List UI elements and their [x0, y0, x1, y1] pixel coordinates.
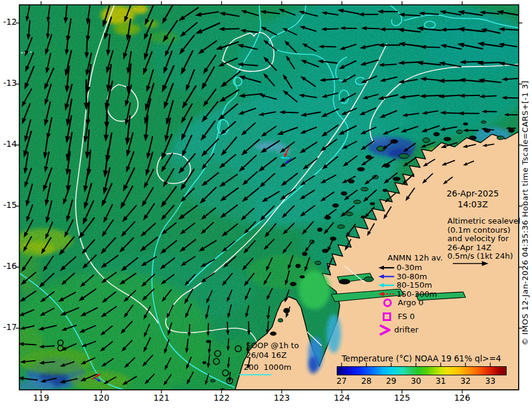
island	[332, 204, 339, 207]
island	[361, 187, 368, 191]
lon-tick-label: 123	[270, 393, 294, 403]
anmn-depth-label: 30-80m	[397, 273, 427, 281]
island	[317, 228, 322, 231]
colorbar-tick-label: 28	[357, 377, 375, 386]
fs-legend-label: FS 0	[398, 312, 415, 321]
island	[337, 225, 345, 228]
anmn-depth-label: 150-300m	[397, 290, 437, 299]
colorbar-title: Temperature (°C) NOAA 19 61% ql>=4	[334, 354, 509, 363]
colorbar-tick-label: 27	[332, 377, 351, 386]
anmn-depth-label: 80-150m	[397, 281, 432, 290]
soop-label-line: 26/04 16Z	[246, 351, 287, 360]
argo-legend-label: Argo 0	[398, 299, 424, 307]
island	[315, 261, 321, 265]
island	[346, 212, 353, 216]
soop-label-line: SOOP @1h to	[246, 341, 299, 350]
colorbar-tick-label: 31	[432, 377, 450, 386]
copyright-text: © IMOS 12-Jan-2026 04:35:36 Hobart time …	[521, 44, 531, 383]
annotation-line: Altimetric sealevel	[447, 217, 521, 225]
island	[433, 132, 440, 136]
bathymetry-depth-label: 200 1000m	[244, 363, 291, 372]
lat-tick-label: -17	[0, 323, 17, 332]
valid-date-label: 26-Apr-2025	[436, 189, 509, 198]
island	[290, 282, 296, 286]
colorbar-tick-label: 29	[382, 377, 400, 386]
island	[278, 319, 283, 322]
lon-tick-label: 121	[149, 393, 174, 403]
island	[463, 123, 468, 125]
island	[399, 154, 409, 158]
island	[423, 138, 430, 143]
drifter-legend-label: drifter	[394, 326, 418, 334]
island	[393, 177, 400, 181]
island	[383, 189, 388, 192]
lon-tick-label: 126	[450, 393, 475, 403]
lon-tick-label: 120	[89, 393, 114, 403]
island	[203, 361, 206, 364]
valid-time-label: 14:03Z	[436, 200, 509, 209]
anmn-legend-title: ANMN 12h av.	[388, 254, 443, 262]
lon-tick-label: 125	[390, 393, 414, 403]
island	[469, 136, 476, 140]
annotation-line: (0.1m contours)	[447, 226, 510, 235]
island	[354, 200, 361, 204]
colorbar-tick-label: 32	[456, 377, 475, 386]
island	[296, 264, 300, 268]
colorbar-tick-label: 30	[407, 377, 425, 386]
lat-tick-label: -12	[0, 18, 17, 27]
lat-tick-label: -16	[0, 262, 17, 271]
island	[339, 279, 350, 284]
island	[341, 192, 347, 195]
annotation-line: and velocity for	[447, 235, 508, 243]
annotation-line: 0.5m/s (1kt 24h)	[447, 252, 513, 261]
anmn-depth-label: 0-30m	[397, 264, 422, 272]
island	[370, 202, 375, 205]
island	[364, 277, 374, 282]
ocean-current-map-page: -12-13-14-15-16-17 119120121122123124125…	[0, 0, 532, 411]
island	[481, 121, 486, 123]
lat-tick-label: -15	[0, 201, 17, 210]
island	[357, 167, 365, 171]
island	[456, 130, 462, 134]
temperature-colorbar	[337, 366, 507, 375]
island	[497, 136, 504, 140]
island	[302, 252, 307, 256]
lon-tick-label: 122	[210, 393, 234, 403]
annotation-line: 26-Apr 14Z	[447, 244, 491, 252]
lon-tick-label: 124	[330, 393, 354, 403]
island	[300, 276, 305, 278]
island	[270, 332, 276, 335]
lat-tick-label: -13	[0, 79, 17, 88]
island	[444, 137, 451, 141]
lon-tick-label: 119	[29, 393, 53, 403]
lat-tick-label: -14	[0, 140, 17, 149]
colorbar-tick-label: 33	[481, 377, 499, 386]
island	[210, 380, 215, 382]
